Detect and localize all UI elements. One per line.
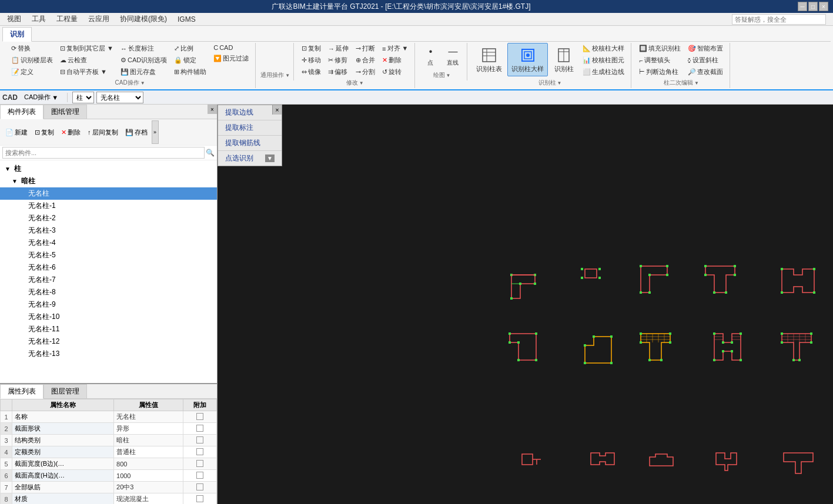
prop-val-cell[interactable]: 20中3 [114,482,183,493]
btn-adj-corner[interactable]: ⌐调整镇头 [636,55,684,66]
btn-align-mod[interactable]: ≡对齐 ▼ [379,43,411,54]
btn-offset-mod[interactable]: ⇉偏移 [325,66,352,78]
prop-check-cell[interactable] [183,482,216,493]
prop-checkbox[interactable] [196,413,203,420]
prop-checkbox[interactable] [196,425,203,432]
btn-split-mod[interactable]: ⊸分割 [353,66,378,78]
prop-check-cell[interactable] [183,458,216,470]
menu-igms[interactable]: IGMS [173,14,200,25]
tree-item[interactable]: 无名柱-6 [0,261,217,274]
prop-check-cell[interactable] [183,411,216,423]
search-input[interactable] [732,14,826,25]
cad-operations-btn[interactable]: CAD操作 ▼ [20,92,62,103]
btn-cad[interactable]: CCAD [210,43,252,52]
prop-checkbox[interactable] [196,472,203,479]
close-button[interactable]: × [819,2,828,11]
component-name-select[interactable]: 无名柱 [96,92,143,103]
btn-comp-assist[interactable]: ⊞构件辅助 [171,66,209,78]
tree-item[interactable]: 无名柱 [0,187,217,200]
menu-quantity[interactable]: 工程量 [52,13,82,25]
prop-check-cell[interactable] [183,435,216,446]
btn-copy-other-floor[interactable]: ⊡复制到其它层 ▼ [57,43,116,54]
component-type-select[interactable]: 柱 [72,92,94,103]
btn-check-detail[interactable]: 📐校核柱大样 [580,43,627,54]
prop-check-cell[interactable] [183,423,216,435]
prop-val-cell[interactable]: 800 [114,458,183,470]
btn-length-mark[interactable]: ↔长度标注 [118,43,170,54]
comp-search-input[interactable] [2,147,205,159]
prop-list-close[interactable]: × [208,105,217,114]
tree-item[interactable]: 无名柱-7 [0,274,217,286]
tree-item[interactable]: 无名柱-8 [0,286,217,298]
btn-lock[interactable]: 🔒锁定 [171,55,209,66]
btn-point[interactable]: • 点 [420,43,441,69]
btn-cad-options[interactable]: ⚙CAD识别选项 [118,55,170,66]
btn-del-comp[interactable]: ✕ 删除 [58,127,83,138]
float-toolbar-close[interactable]: × [272,105,282,115]
tree-item[interactable]: 无名柱-13 [0,348,217,360]
btn-cloud-check[interactable]: ☁云检查 [57,55,116,66]
btn-judge-edge[interactable]: ⊢判断边角柱 [636,66,684,78]
btn-merge-mod[interactable]: ⊕合并 [353,55,378,66]
menu-cloud[interactable]: 云应用 [83,13,114,25]
btn-check-sec[interactable]: 🔎查改截面 [685,66,726,78]
btn-check-figure[interactable]: 📊校核柱图元 [580,55,627,66]
btn-identify-detail[interactable]: 识别柱大样 [507,43,548,76]
tree-item[interactable]: 无名柱-9 [0,298,217,311]
tab-component-list[interactable]: 构件列表 [0,105,44,119]
btn-save-comp[interactable]: 💾 存档 [122,127,150,138]
tree-item[interactable]: 无名柱-5 [0,249,217,261]
prop-val-cell[interactable]: 1000 [114,470,183,482]
btn-gen-edge[interactable]: ⬜生成柱边线 [580,66,627,78]
btn-move-mod[interactable]: ✛移动 [299,55,324,66]
prop-val-cell[interactable]: 普通柱 [114,446,183,458]
btn-rotate-mod[interactable]: ↺旋转 [379,66,411,78]
minimize-button[interactable]: ─ [798,2,807,11]
btn-extract-rebar[interactable]: 提取钢筋线 [218,136,282,151]
tree-item[interactable]: 无名柱-11 [0,323,217,335]
prop-checkbox[interactable] [196,483,203,490]
tree-item[interactable]: 无名柱-1 [0,200,217,212]
more-tools-btn[interactable]: » [152,120,159,144]
menu-collab[interactable]: 协同建模(限免) [115,13,172,25]
prop-val-cell[interactable]: 无名柱 [114,411,183,423]
btn-identify-table[interactable]: 识别柱表 [472,43,506,76]
cad-canvas[interactable]: × 提取边线 提取标注 提取钢筋线 点选识别 ▼ [218,105,833,504]
prop-val-cell[interactable]: 异形 [114,423,183,435]
maximize-button[interactable]: □ [808,2,818,11]
btn-extract-annotation[interactable]: 提取标注 [218,120,282,136]
btn-smart-place[interactable]: 🎯智能布置 [685,43,726,54]
btn-set-slope[interactable]: ⧲设置斜柱 [685,55,726,66]
menu-view[interactable]: 视图 [2,13,26,25]
prop-checkbox[interactable] [196,495,203,502]
btn-scale[interactable]: ⤢比例 [171,43,209,54]
btn-del-mod[interactable]: ✕删除 [379,55,411,66]
prop-checkbox[interactable] [196,460,203,467]
prop-check-cell[interactable] [183,493,216,505]
prop-checkbox[interactable] [196,448,203,455]
btn-mirror-mod[interactable]: ⇔镜像 [299,66,324,78]
btn-break-mod[interactable]: ⊸打断 [353,43,378,54]
btn-floor-copy[interactable]: ↑ 层间复制 [85,127,121,138]
prop-checkbox[interactable] [196,436,203,443]
prop-val-cell[interactable]: 现浇混凝土 [114,493,183,505]
tree-item[interactable]: ▼暗柱 [0,175,217,187]
btn-extend-mod[interactable]: →延伸 [325,43,352,54]
prop-val-cell[interactable]: 暗柱 [114,435,183,446]
tab-layer-management[interactable]: 图层管理 [44,384,87,398]
btn-identify-floor-table[interactable]: 📋识别楼层表 [8,55,56,66]
btn-copy-mod[interactable]: ⊡复制 [299,43,324,54]
btn-identify-col[interactable]: 识别柱 [549,43,578,76]
tab-property-list[interactable]: 属性列表 [0,384,44,399]
tab-identify[interactable]: 识别 [2,27,32,42]
tree-item[interactable]: 无名柱-4 [0,237,217,249]
btn-line[interactable]: — 直线 [442,43,463,69]
btn-click-identify[interactable]: 点选识别 ▼ [218,151,282,166]
tree-item[interactable]: ▼柱 [0,163,217,175]
tab-drawing-management[interactable]: 图纸管理 [44,105,87,119]
btn-replace[interactable]: ⟳替换 [8,43,56,54]
btn-element-filter[interactable]: 🔽图元过滤 [210,53,252,64]
btn-define[interactable]: 📝定义 [8,66,56,78]
btn-auto-align[interactable]: ⊟自动平齐板 ▼ [57,66,116,78]
prop-check-cell[interactable] [183,470,216,482]
